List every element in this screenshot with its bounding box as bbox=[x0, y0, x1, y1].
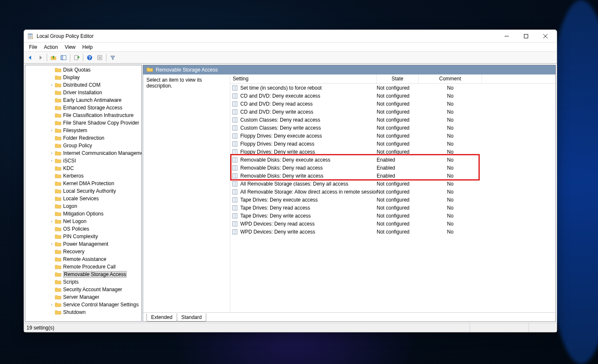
maximize-button[interactable] bbox=[516, 30, 536, 42]
chevron-right-icon[interactable]: › bbox=[50, 83, 54, 87]
setting-row[interactable]: CD and DVD: Deny write accessNot configu… bbox=[230, 108, 555, 116]
setting-row[interactable]: All Removable Storage classes: Deny all … bbox=[230, 180, 555, 188]
tree-item[interactable]: OS Policies bbox=[25, 225, 142, 233]
col-state[interactable]: State bbox=[377, 74, 419, 83]
close-button[interactable] bbox=[536, 30, 555, 42]
col-setting[interactable]: Setting bbox=[230, 74, 377, 83]
setting-row[interactable]: CD and DVD: Deny execute accessNot confi… bbox=[230, 92, 555, 100]
tree-item[interactable]: Remote Assistance bbox=[25, 255, 142, 263]
tree-item[interactable]: Recovery bbox=[25, 248, 142, 255]
menu-view[interactable]: View bbox=[61, 43, 79, 51]
setting-row[interactable]: Removable Disks: Deny read accessEnabled… bbox=[230, 164, 555, 172]
tab-standard[interactable]: Standard bbox=[177, 314, 207, 321]
tree-item[interactable]: Mitigation Options bbox=[25, 210, 142, 218]
chevron-right-icon[interactable]: › bbox=[50, 303, 54, 307]
tree-item[interactable]: ›Service Control Manager Settings bbox=[25, 301, 142, 308]
toolbar-separator bbox=[70, 54, 70, 61]
tree-item[interactable]: Server Manager bbox=[25, 293, 142, 301]
setting-row[interactable]: Custom Classes: Deny read accessNot conf… bbox=[230, 116, 555, 124]
setting-row[interactable]: Floppy Drives: Deny execute accessNot co… bbox=[230, 132, 555, 140]
folder-icon bbox=[55, 173, 61, 179]
tree-panel[interactable]: Disk QuotasDisplay›Distributed COMDriver… bbox=[25, 65, 142, 322]
chevron-right-icon[interactable]: › bbox=[50, 128, 54, 133]
help-button[interactable]: ? bbox=[85, 53, 94, 62]
tree-item-label: iSCSI bbox=[63, 158, 76, 164]
up-button[interactable] bbox=[49, 53, 58, 62]
tree-item[interactable]: Enhanced Storage Access bbox=[25, 104, 142, 112]
body: Disk QuotasDisplay›Distributed COMDriver… bbox=[24, 64, 557, 323]
window-title: Local Group Policy Editor bbox=[37, 33, 497, 39]
tree-item[interactable]: ›Internet Communication Management bbox=[25, 149, 142, 157]
settings-list[interactable]: Setting State Comment Set time (in secon… bbox=[230, 74, 555, 312]
tree-item[interactable]: Security Account Manager bbox=[25, 286, 142, 293]
menu-help[interactable]: Help bbox=[79, 43, 96, 51]
setting-state: Not configured bbox=[377, 221, 419, 227]
tree-item[interactable]: File Classification Infrastructure bbox=[25, 112, 142, 119]
forward-button[interactable] bbox=[36, 53, 45, 62]
folder-icon bbox=[55, 150, 61, 156]
export-button[interactable] bbox=[72, 53, 81, 62]
policy-icon bbox=[232, 117, 239, 123]
setting-comment: No bbox=[419, 205, 482, 211]
setting-row[interactable]: Removable Disks: Deny execute accessEnab… bbox=[230, 156, 555, 164]
minimize-button[interactable] bbox=[497, 30, 516, 42]
tree-item[interactable]: ›iSCSI bbox=[25, 157, 142, 165]
tree-item[interactable]: KDC bbox=[25, 165, 142, 172]
setting-name: Removable Disks: Deny read access bbox=[240, 165, 377, 171]
tree-item[interactable]: ›Distributed COM bbox=[25, 81, 142, 89]
tree-item[interactable]: Display bbox=[25, 74, 142, 81]
setting-name: Tape Drives: Deny write access bbox=[240, 213, 377, 219]
setting-row[interactable]: Floppy Drives: Deny write accessNot conf… bbox=[230, 148, 555, 156]
setting-row[interactable]: Floppy Drives: Deny read accessNot confi… bbox=[230, 140, 555, 148]
setting-row[interactable]: Custom Classes: Deny write accessNot con… bbox=[230, 124, 555, 132]
tree-item[interactable]: ›Net Logon bbox=[25, 218, 142, 225]
tree-item[interactable]: Local Security Authority bbox=[25, 187, 142, 195]
tree-item[interactable]: Remote Procedure Call bbox=[25, 263, 142, 271]
menu-file[interactable]: File bbox=[26, 43, 40, 51]
tree-item[interactable]: PIN Complexity bbox=[25, 233, 142, 240]
show-hide-tree-button[interactable] bbox=[59, 53, 68, 62]
tree-item[interactable]: Locale Services bbox=[25, 195, 142, 202]
tree-item[interactable]: ›Power Management bbox=[25, 240, 142, 248]
setting-row[interactable]: Tape Drives: Deny read accessNot configu… bbox=[230, 204, 555, 212]
tree-item[interactable]: ›Filesystem bbox=[25, 127, 142, 134]
folder-icon bbox=[55, 188, 61, 194]
tree-item[interactable]: Early Launch Antimalware bbox=[25, 96, 142, 104]
menu-action[interactable]: Action bbox=[40, 43, 61, 51]
tab-extended[interactable]: Extended bbox=[146, 314, 177, 321]
setting-name: CD and DVD: Deny write access bbox=[240, 109, 377, 115]
tree-item[interactable]: Shutdown bbox=[25, 308, 142, 316]
setting-row[interactable]: CD and DVD: Deny read accessNot configur… bbox=[230, 100, 555, 108]
chevron-right-icon[interactable]: › bbox=[50, 242, 54, 246]
setting-row[interactable]: All Removable Storage: Allow direct acce… bbox=[230, 188, 555, 196]
chevron-right-icon[interactable]: › bbox=[50, 219, 54, 223]
tree-item[interactable]: Kerberos bbox=[25, 172, 142, 180]
setting-row[interactable]: Tape Drives: Deny execute accessNot conf… bbox=[230, 196, 555, 204]
folder-icon bbox=[55, 271, 61, 277]
setting-comment: No bbox=[419, 173, 482, 179]
setting-row[interactable]: WPD Devices: Deny read accessNot configu… bbox=[230, 220, 555, 228]
col-comment[interactable]: Comment bbox=[419, 74, 482, 83]
tree-item[interactable]: File Share Shadow Copy Provider bbox=[25, 119, 142, 127]
setting-row[interactable]: WPD Devices: Deny write accessNot config… bbox=[230, 228, 555, 236]
tree-item[interactable]: Logon bbox=[25, 202, 142, 210]
tree-item[interactable]: Driver Installation bbox=[25, 89, 142, 96]
properties-button[interactable] bbox=[95, 53, 104, 62]
setting-row[interactable]: Removable Disks: Deny write accessEnable… bbox=[230, 172, 555, 180]
tree-item[interactable]: Folder Redirection bbox=[25, 134, 142, 142]
tree-item[interactable]: Scripts bbox=[25, 278, 142, 286]
chevron-right-icon[interactable]: › bbox=[50, 151, 54, 155]
back-button[interactable] bbox=[26, 53, 35, 62]
policy-icon bbox=[232, 157, 239, 163]
tree-item[interactable]: Group Policy bbox=[25, 142, 142, 149]
chevron-right-icon[interactable]: › bbox=[50, 159, 54, 163]
tree-item[interactable]: Disk Quotas bbox=[25, 66, 142, 74]
tree-item-label: Logon bbox=[63, 203, 77, 209]
setting-row[interactable]: Tape Drives: Deny write accessNot config… bbox=[230, 212, 555, 220]
policy-icon bbox=[232, 165, 239, 171]
setting-row[interactable]: Set time (in seconds) to force rebootNot… bbox=[230, 84, 555, 92]
panel-content: Select an item to view its description. … bbox=[143, 74, 555, 312]
tree-item[interactable]: Removable Storage Access bbox=[25, 271, 142, 278]
filter-button[interactable] bbox=[108, 53, 117, 62]
tree-item[interactable]: Kernel DMA Protection bbox=[25, 180, 142, 187]
